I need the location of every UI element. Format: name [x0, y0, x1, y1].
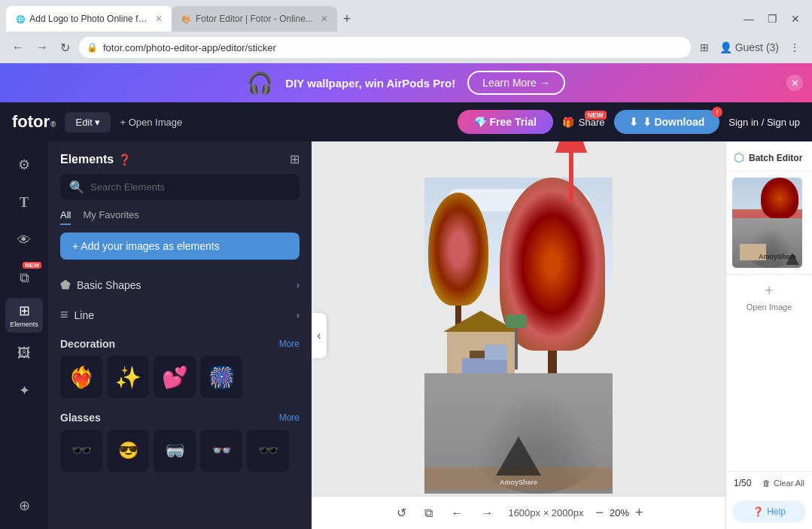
- banner-text: DIY wallpaper, win AirPods Pro!: [285, 77, 455, 90]
- glasses-item-1[interactable]: 🕶️: [60, 430, 102, 472]
- basic-shapes-text: Basic Shapes: [77, 279, 141, 291]
- decoration-item-2[interactable]: ✨: [107, 356, 149, 398]
- thumb-watermark-text: AmoyShare: [759, 253, 796, 260]
- app-body: ⚙ T 👁 ⧉ NEW ⊞ Elements 🖼 ✦ ⊕ Elements: [0, 141, 812, 529]
- address-input[interactable]: [79, 37, 691, 58]
- panel-tab-favorites[interactable]: My Favorites: [83, 209, 138, 225]
- tab-1-close[interactable]: ✕: [155, 14, 163, 24]
- maximize-button[interactable]: ❐: [762, 10, 783, 28]
- eye-icon: 👁: [17, 233, 31, 248]
- learn-more-button[interactable]: Learn More →: [467, 71, 564, 95]
- decoration-item-3[interactable]: 💕: [154, 356, 196, 398]
- zoom-controls: − 20% +: [596, 505, 643, 521]
- search-input[interactable]: [90, 181, 290, 193]
- decoration-item-4[interactable]: 🎆: [200, 356, 242, 398]
- redo-button[interactable]: →: [478, 503, 496, 523]
- panel-tab-all[interactable]: All: [60, 209, 71, 225]
- copy-button[interactable]: ⧉: [421, 503, 436, 523]
- back-button[interactable]: ←: [9, 38, 27, 57]
- share-button[interactable]: 🎁 Share NEW: [562, 117, 605, 128]
- basic-shapes-chevron: ›: [297, 280, 300, 290]
- basic-shapes-section[interactable]: ⬟ Basic Shapes ›: [48, 270, 312, 299]
- undo-button[interactable]: ←: [448, 503, 466, 523]
- browser-chrome: 🌐 Add Logo to Photo Online for... ✕ 🎨 Fo…: [0, 0, 812, 63]
- tab-2[interactable]: 🎨 Fotor Editor | Fotor - Online... ✕: [172, 6, 337, 32]
- menu-button[interactable]: ⋮: [786, 38, 803, 56]
- glasses-item-4[interactable]: 👓: [200, 430, 242, 472]
- image-thumbnail[interactable]: AmoyShare: [732, 178, 802, 268]
- share-new-badge: NEW: [585, 111, 607, 120]
- left-toolbar: ⚙ T 👁 ⧉ NEW ⊞ Elements 🖼 ✦ ⊕: [0, 141, 48, 529]
- tool-elements[interactable]: ⊞ Elements: [5, 298, 43, 333]
- decoration-more[interactable]: More: [279, 339, 300, 349]
- zoom-in-button[interactable]: +: [635, 505, 643, 521]
- panel-title-text: Elements: [60, 153, 114, 166]
- clear-all-button[interactable]: 🗑 Clear All: [762, 479, 804, 488]
- tool-layers[interactable]: ⧉ NEW: [5, 260, 43, 295]
- free-trial-button[interactable]: 💎 Free Trial: [458, 110, 553, 134]
- collapse-panel-button[interactable]: ‹: [312, 313, 327, 358]
- open-image-area[interactable]: + Open Image: [726, 274, 812, 319]
- help-button[interactable]: ❓ Help: [732, 500, 806, 523]
- tab-bar: 🌐 Add Logo to Photo Online for... ✕ 🎨 Fo…: [0, 0, 812, 32]
- extension-button[interactable]: ⊞: [697, 38, 712, 56]
- line-section[interactable]: ≡ Line ›: [48, 299, 312, 330]
- trash-icon: 🗑: [762, 479, 771, 488]
- open-image-area-label: Open Image: [747, 303, 792, 312]
- minimize-button[interactable]: —: [737, 10, 760, 28]
- glasses-title: Glasses: [60, 412, 101, 424]
- canvas-dimensions: 1600px × 2000px: [508, 507, 583, 518]
- close-button[interactable]: ✕: [785, 10, 806, 28]
- batch-editor-icon: ⬡: [734, 150, 744, 165]
- address-wrapper: 🔒: [79, 37, 691, 58]
- glasses-item-5[interactable]: 🕶️: [247, 430, 289, 472]
- street-sign: [506, 315, 527, 328]
- panel-grid-button[interactable]: ⊞: [290, 152, 300, 166]
- batch-editor-header: ⬡ Batch Editor: [726, 141, 812, 172]
- lock-icon: 🔒: [87, 42, 98, 53]
- help-label: Help: [767, 506, 786, 517]
- forward-button[interactable]: →: [33, 38, 51, 57]
- open-image-header-button[interactable]: + Open Image: [120, 117, 182, 128]
- glasses-more[interactable]: More: [279, 412, 300, 423]
- tool-eye[interactable]: 👁: [5, 223, 43, 257]
- tool-adjust[interactable]: ⚙: [5, 147, 43, 182]
- panel-help-icon: ❓: [118, 154, 131, 166]
- tool-photo[interactable]: 🖼: [5, 336, 43, 370]
- right-panel: ⬡ Batch Editor AmoyShare: [725, 141, 812, 529]
- window-controls: — ❐ ✕: [737, 10, 806, 28]
- watermark-triangle: [496, 436, 541, 476]
- tab-1-title: Add Logo to Photo Online for...: [29, 14, 147, 24]
- tab-1[interactable]: 🌐 Add Logo to Photo Online for... ✕: [6, 6, 172, 32]
- tab-2-close[interactable]: ✕: [321, 14, 328, 24]
- new-tab-button[interactable]: +: [337, 11, 357, 27]
- search-bar: 🔍: [60, 174, 300, 200]
- text-icon: T: [20, 195, 29, 211]
- open-image-plus-icon: +: [765, 282, 774, 299]
- zoom-out-button[interactable]: −: [596, 505, 604, 521]
- street-sign-pole: [515, 324, 518, 369]
- app-header: fotor® Edit ▾ + Open Image 💎 Free Trial …: [0, 102, 812, 141]
- download-button[interactable]: ⬇ ⬇ Download !: [614, 110, 720, 134]
- basic-shapes-label: ⬟ Basic Shapes: [60, 278, 141, 292]
- decoration-row: ❤️‍🔥 ✨ 💕 🎆: [48, 353, 312, 407]
- watermark-text: AmoyShare: [496, 479, 541, 486]
- tool-more[interactable]: ⊕: [5, 488, 43, 523]
- tool-text[interactable]: T: [5, 185, 43, 220]
- profile-button[interactable]: 👤 Guest (3): [716, 38, 782, 56]
- signin-button[interactable]: Sign in / Sign up: [728, 117, 800, 128]
- app-logo: fotor®: [12, 112, 56, 132]
- glasses-item-3[interactable]: 🥽: [154, 430, 196, 472]
- edit-button[interactable]: Edit ▾: [65, 112, 111, 132]
- rotate-button[interactable]: ↺: [394, 503, 409, 523]
- decoration-item-1[interactable]: ❤️‍🔥: [60, 356, 102, 398]
- photo-icon: 🖼: [17, 345, 31, 361]
- add-images-button[interactable]: + Add your images as elements: [60, 233, 300, 260]
- tool-effects[interactable]: ✦: [5, 373, 43, 408]
- tab-1-favicon: 🌐: [15, 14, 25, 24]
- refresh-button[interactable]: ↻: [57, 38, 73, 58]
- batch-editor-label: Batch Editor: [749, 153, 802, 163]
- banner-close-button[interactable]: ✕: [786, 74, 803, 91]
- glasses-item-2[interactable]: 😎: [107, 430, 149, 472]
- side-panel: Elements ❓ ⊞ 🔍 All My Favorites + Add yo…: [48, 141, 312, 529]
